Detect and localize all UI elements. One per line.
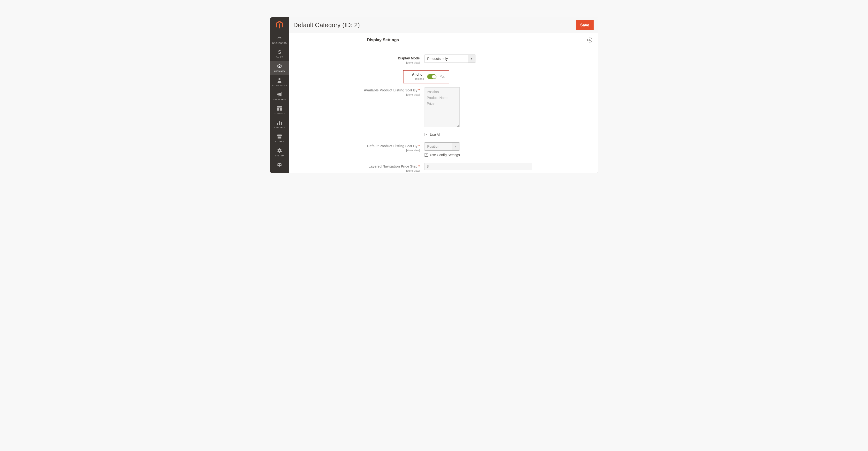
price-step-label-col: Layered Navigation Price Step* [store vi… [295,163,425,173]
sidebar-item-catalog[interactable]: CATALOG [270,61,289,75]
box-icon [277,63,282,69]
display-mode-label-col: Display Mode [store view] [295,55,425,64]
sidebar-item-reports[interactable]: REPORTS [270,117,289,132]
available-sort-multiselect[interactable]: Position Product Name Price [425,87,460,127]
display-mode-row: Display Mode [store view] Products only … [295,55,592,64]
available-sort-label: Available Product Listing Sort By* [295,88,420,92]
section-title: Display Settings [367,37,399,43]
sort-option: Position [427,89,458,95]
use-all-label: Use All [430,133,440,137]
display-mode-value: Products only [425,55,468,63]
sidebar-label: STORES [275,140,284,143]
gauge-icon [277,35,282,41]
sidebar-label: CUSTOMERS [272,84,287,87]
storefront-icon [277,134,282,139]
display-settings-form: Display Mode [store view] Products only … [289,45,598,173]
svg-rect-3 [281,122,282,124]
available-sort-scope: [store view] [406,93,420,96]
admin-window: DASHBOARD SALES CATALOG CUSTOMERS MARKET [270,17,598,173]
gear-icon [277,148,282,153]
sidebar-label: MARKETING [273,98,286,101]
display-mode-scope: [store view] [406,61,420,64]
sidebar-label: CONTENT [274,112,285,115]
display-mode-select[interactable]: Products only ▼ [425,55,475,63]
default-sort-label: Default Product Listing Sort By* [295,144,420,148]
sidebar-item-sales[interactable]: SALES [270,47,289,61]
anchor-label-col: Anchor [global] [407,73,424,81]
price-step-control [425,163,592,170]
sidebar-item-dashboard[interactable]: DASHBOARD [270,33,289,47]
anchor-label: Anchor [407,73,424,76]
package-icon [277,162,282,167]
default-sort-row: Default Product Listing Sort By* [store … [295,142,592,157]
default-sort-select[interactable]: Position ▼ [425,142,459,150]
section-header: Display Settings [289,33,598,45]
sidebar-item-marketing[interactable]: MARKETING [270,89,289,103]
svg-point-0 [279,78,280,80]
anchor-row: Anchor [global] Yes [295,70,592,83]
dropdown-caret-icon: ▼ [468,55,475,63]
bar-chart-icon [277,120,282,125]
page-header: Default Category (ID: 2) Save [289,17,598,33]
layout-icon [277,106,282,111]
megaphone-icon [277,92,282,97]
person-icon [277,78,282,83]
display-mode-control: Products only ▼ [425,55,592,63]
sidebar-item-content[interactable]: CONTENT [270,103,289,117]
anchor-value: Yes [440,75,445,79]
save-button[interactable]: Save [576,20,594,30]
price-step-scope: [store view] [406,169,420,172]
use-all-checkbox[interactable]: ✓ [425,133,428,136]
svg-rect-2 [279,121,280,124]
sidebar-label: CATALOG [274,70,285,73]
price-step-row: Layered Navigation Price Step* [store vi… [295,163,592,173]
page-title: Default Category (ID: 2) [293,21,360,29]
admin-sidebar: DASHBOARD SALES CATALOG CUSTOMERS MARKET [270,17,289,173]
use-all-checkbox-row[interactable]: ✓ Use All [425,133,440,137]
price-step-input[interactable] [425,163,532,170]
dollar-icon [277,50,282,55]
use-config-checkbox[interactable]: ✓ [425,153,428,157]
magento-logo[interactable] [270,17,289,33]
sort-option: Price [427,101,458,107]
sidebar-label: REPORTS [274,126,285,129]
sidebar-label: SYSTEM [275,154,284,157]
default-sort-scope: [store view] [406,149,420,152]
sidebar-item-customers[interactable]: CUSTOMERS [270,75,289,89]
sidebar-item-system[interactable]: SYSTEM [270,145,289,160]
magento-logo-icon [276,21,283,29]
resize-handle-icon[interactable] [457,122,459,127]
price-step-label: Layered Navigation Price Step* [295,164,420,168]
sidebar-label: SALES [276,56,283,58]
available-sort-control: Position Product Name Price ✓ Use All [425,87,592,137]
anchor-scope: [global] [415,77,424,80]
chevron-up-icon [589,39,591,41]
available-sort-row: Available Product Listing Sort By* [stor… [295,87,592,137]
collapse-section-button[interactable] [587,37,592,43]
toggle-knob [432,75,436,79]
default-sort-value: Position [425,142,452,150]
anchor-spacer [295,70,403,72]
use-config-label: Use Config Settings [430,153,460,157]
default-sort-label-col: Default Product Listing Sort By* [store … [295,142,425,152]
available-sort-label-col: Available Product Listing Sort By* [stor… [295,87,425,96]
sidebar-label: DASHBOARD [272,42,287,45]
content-area: Display Settings Display Mode [store vie… [289,33,598,173]
anchor-highlight: Anchor [global] Yes [403,70,449,83]
default-sort-control: Position ▼ ✓ Use Config Settings [425,142,592,157]
use-config-checkbox-row[interactable]: ✓ Use Config Settings [425,153,460,157]
dropdown-caret-icon: ▼ [452,142,459,150]
anchor-toggle[interactable] [427,74,436,79]
sidebar-item-extras[interactable] [270,160,289,167]
display-mode-label: Display Mode [295,56,420,60]
sort-option: Product Name [427,95,458,101]
main-panel: Default Category (ID: 2) Save Display Se… [289,17,598,173]
sidebar-item-stores[interactable]: STORES [270,132,289,145]
svg-rect-1 [277,123,278,124]
